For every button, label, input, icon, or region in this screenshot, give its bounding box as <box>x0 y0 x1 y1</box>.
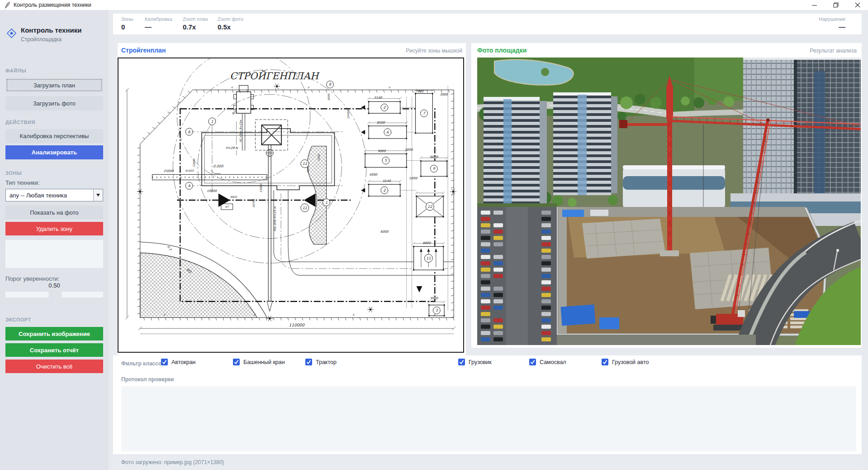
plan-panel-title: Стройгенплан <box>121 47 166 54</box>
feather-app-icon <box>4 1 11 9</box>
svg-text:23450: 23450 <box>346 110 350 119</box>
diamond-logo-icon <box>6 28 17 38</box>
app-title: Контроль техники <box>21 26 81 34</box>
class-filter-bashenny-kran[interactable]: Башенный кран <box>233 359 285 365</box>
svg-text:9000: 9000 <box>378 149 386 153</box>
svg-text:5540: 5540 <box>383 179 391 183</box>
filter-protocol-panel: Фильтр классов Автокран Башенный кран Тр… <box>113 355 862 454</box>
status-bar: Фото загружено: пример.jpg (2071×1380) <box>113 456 862 469</box>
confidence-threshold-value: 0.50 <box>0 282 109 289</box>
stat-violations: Нарушения — <box>819 16 845 31</box>
svg-text:15860: 15860 <box>259 183 262 192</box>
svg-text:7800: 7800 <box>416 90 424 93</box>
svg-text:0.3: 0.3 <box>166 245 172 251</box>
clear-all-button[interactable]: Очистить всё <box>5 360 103 373</box>
class-filter-gruzovoy-avto[interactable]: Грузовой авто <box>602 359 649 365</box>
svg-text:v: v <box>231 86 233 89</box>
svg-text:3000: 3000 <box>440 93 448 96</box>
plan-drawing: СТРОЙГЕНПЛАН11000025000100000.000Н=28 мК… <box>119 58 463 352</box>
stat-zoom-plan: Zoom план 0.7x <box>183 16 208 31</box>
svg-text:1: 1 <box>211 120 213 124</box>
svg-text:11: 11 <box>426 256 431 260</box>
svg-text:11: 11 <box>303 162 307 166</box>
checkbox-checked-icon <box>529 359 536 365</box>
equipment-type-value: any -- Любая техника <box>6 192 93 199</box>
show-on-photo-button[interactable]: Показать на фото <box>5 206 103 219</box>
svg-text:v: v <box>389 86 391 89</box>
protocol-log[interactable] <box>121 386 856 451</box>
plan-panel-hint: Рисуйте зоны мышкой <box>406 48 462 54</box>
section-files: ФАЙЛЫ <box>5 68 26 73</box>
svg-text:10000: 10000 <box>207 189 217 193</box>
svg-text:6600: 6600 <box>430 155 438 159</box>
zones-listbox[interactable] <box>5 240 103 268</box>
svg-text:3000: 3000 <box>327 93 330 101</box>
protocol-title: Протокол проверки <box>121 376 174 383</box>
svg-text:Н=28 м: Н=28 м <box>226 146 238 150</box>
svg-text:v: v <box>352 313 355 317</box>
checkbox-checked-icon <box>305 359 312 365</box>
plan-canvas[interactable]: СТРОЙГЕНПЛАН11000025000100000.000Н=28 мК… <box>118 58 464 353</box>
svg-text:9600: 9600 <box>230 195 237 198</box>
stat-zones: Зоны 0 <box>121 16 133 31</box>
svg-text:КТ: КТ <box>225 205 229 208</box>
class-filter-traktor[interactable]: Трактор <box>305 359 337 365</box>
svg-text:1: 1 <box>325 201 327 205</box>
class-filter-gruzovik[interactable]: Грузовик <box>458 359 492 365</box>
svg-text:25000: 25000 <box>163 169 174 173</box>
load-plan-button[interactable]: Загрузить план <box>5 78 103 92</box>
stats-bar: Зоны 0 Калибровка — Zoom план 0.7x Zoom … <box>113 14 862 34</box>
photo-canvas[interactable] <box>477 58 861 345</box>
section-zones: ЗОНЫ <box>5 170 22 176</box>
svg-text:12600: 12600 <box>192 158 195 167</box>
section-actions: ДЕЙСТВИЯ <box>5 120 35 125</box>
photo-panel-hint: Результат анализа <box>810 48 857 54</box>
svg-text:А: А <box>188 184 190 188</box>
class-filter-samosval[interactable]: Самосвал <box>529 359 566 365</box>
plan-panel: Стройгенплан Рисуйте зоны мышкой <box>118 43 466 358</box>
svg-text:110000: 110000 <box>289 323 305 327</box>
svg-text:5000: 5000 <box>409 177 417 180</box>
photo-panel-title: Фото площадки <box>477 47 526 54</box>
save-report-button[interactable]: Сохранить отчёт <box>5 343 103 357</box>
svg-text:3000: 3000 <box>430 297 438 300</box>
svg-text:12: 12 <box>427 205 432 209</box>
delete-zone-button[interactable]: Удалить зону <box>5 222 103 235</box>
section-export: ЭКСПОРТ <box>5 317 31 322</box>
svg-text:41420: 41420 <box>185 169 194 172</box>
svg-text:v: v <box>308 86 310 89</box>
svg-text:16760: 16760 <box>252 199 255 208</box>
svg-text:КС-4361 R=15м: КС-4361 R=15м <box>239 120 242 142</box>
svg-text:6000: 6000 <box>380 230 389 234</box>
equipment-type-select[interactable]: any -- Любая техника <box>5 189 103 201</box>
title-bar: Контроль размещения техники <box>0 0 868 10</box>
checkbox-checked-icon <box>233 359 240 365</box>
chevron-down-icon[interactable] <box>93 189 103 201</box>
stat-calibration: Калибровка — <box>145 16 172 31</box>
app-subtitle: Стройплощадка <box>21 36 62 43</box>
svg-text:5540: 5540 <box>374 96 382 100</box>
svg-text:8500: 8500 <box>377 121 385 125</box>
confidence-slider[interactable] <box>5 292 103 297</box>
load-photo-button[interactable]: Загрузить фото <box>5 96 103 110</box>
equipment-type-label: Тип техники: <box>5 179 40 186</box>
checkbox-checked-icon <box>602 359 608 365</box>
svg-text:0.000: 0.000 <box>213 164 224 168</box>
calibrate-perspective-button[interactable]: Калибровка перспективы <box>5 129 103 143</box>
stat-zoom-photo: Zoom фото 0.5x <box>218 16 243 31</box>
svg-text:8000: 8000 <box>422 241 431 245</box>
svg-text:5000: 5000 <box>405 148 413 152</box>
analyze-button[interactable]: Анализировать <box>5 145 103 159</box>
restore-button[interactable] <box>828 0 844 10</box>
svg-text:2500: 2500 <box>317 153 320 161</box>
checkbox-checked-icon <box>161 359 168 365</box>
save-image-button[interactable]: Сохранить изображение <box>5 327 103 341</box>
close-button[interactable] <box>850 0 865 10</box>
sidebar: Контроль техники Стройплощадка ФАЙЛЫ Заг… <box>0 10 109 470</box>
photo-panel: Фото площадки Результат анализа <box>471 43 862 348</box>
class-filter-avtokran[interactable]: Автокран <box>161 359 196 365</box>
slider-thumb[interactable] <box>48 292 62 297</box>
site-photo <box>477 58 861 345</box>
window-title: Контроль размещения техники <box>14 2 91 8</box>
minimize-button[interactable] <box>806 0 822 10</box>
